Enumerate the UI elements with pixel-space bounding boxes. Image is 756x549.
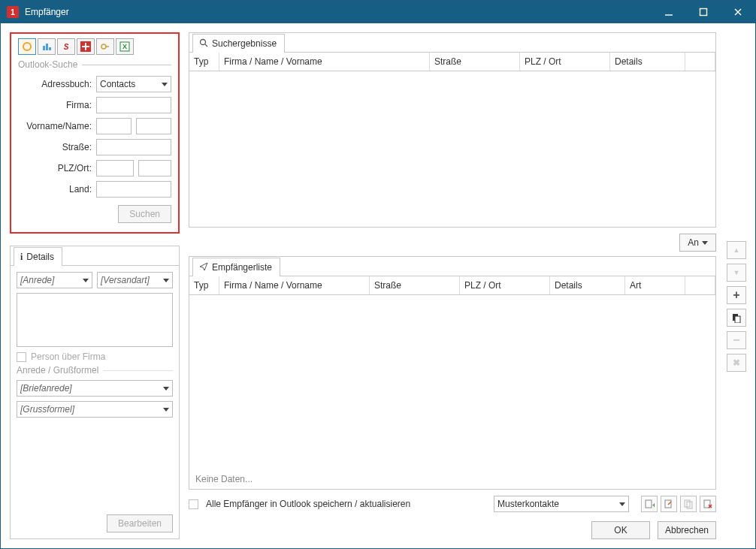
svg-text:+: + <box>652 502 655 509</box>
magnifier-icon <box>199 38 208 50</box>
left-column: S X Outlook-Suche Adressbuch: Contacts F… <box>10 32 180 539</box>
rcol-art[interactable]: Art <box>625 276 685 294</box>
label-plz-ort: PLZ/Ort: <box>18 160 92 176</box>
contacts-icon[interactable] <box>38 38 56 55</box>
anrede-dropdown[interactable]: [Anrede] <box>17 272 92 288</box>
land-input[interactable] <box>96 181 171 198</box>
name-input[interactable] <box>136 118 171 134</box>
label-adressbuch: Adressbuch: <box>18 76 92 92</box>
col-typ[interactable]: Typ <box>189 53 219 71</box>
svg-rect-10 <box>82 46 89 47</box>
save-all-checkbox[interactable] <box>189 499 198 509</box>
minimize-button[interactable] <box>652 1 686 23</box>
adressbuch-dropdown[interactable]: Contacts <box>96 76 171 92</box>
add-contact-icon[interactable]: + <box>641 496 658 512</box>
rcol-plz[interactable]: PLZ / Ort <box>460 276 550 294</box>
label-strasse: Straße: <box>18 139 92 155</box>
ort-input[interactable] <box>138 160 171 176</box>
key-icon[interactable] <box>96 38 114 55</box>
strasse-input[interactable] <box>96 139 171 155</box>
close-button[interactable] <box>721 1 755 23</box>
briefanrede-dropdown[interactable]: [Briefanrede] <box>17 380 173 397</box>
side-button-strip: ▲ ▼ + − ✖ <box>727 241 746 372</box>
vorname-input[interactable] <box>96 118 132 134</box>
swiss-icon[interactable] <box>77 38 95 55</box>
anrede-section-label: Anrede / Grußformel <box>17 365 173 376</box>
tab-details[interactable]: i Details <box>14 247 62 266</box>
save-all-label: Alle Empfänger in Outlook speichern / ak… <box>206 499 410 509</box>
tab-search-results[interactable]: Suchergebnisse <box>192 34 285 53</box>
template-dropdown[interactable]: Musterkontakte <box>494 496 629 512</box>
svg-point-15 <box>201 39 206 44</box>
bottom-options-row: Alle Empfänger in Outlook speichern / ak… <box>189 496 716 512</box>
search-results-panel: Suchergebnisse Typ Firma / Name / Vornam… <box>189 32 716 228</box>
remove-button[interactable]: − <box>727 331 746 349</box>
info-icon: i <box>20 252 23 263</box>
grussformel-dropdown[interactable]: [Grussformel] <box>17 401 173 418</box>
col-details[interactable]: Details <box>610 53 685 71</box>
rcol-firma[interactable]: Firma / Name / Vorname <box>219 276 370 294</box>
person-ueber-firma-checkbox[interactable] <box>17 352 26 362</box>
add-button[interactable]: + <box>727 286 746 304</box>
an-button[interactable]: An <box>679 234 716 252</box>
col-strasse[interactable]: Straße <box>430 53 520 71</box>
svg-rect-6 <box>46 44 48 50</box>
no-data-label: Keine Daten... <box>195 474 253 484</box>
svg-rect-5 <box>43 46 45 50</box>
copy-button[interactable] <box>727 309 746 327</box>
details-panel: i Details [Anrede] [Versandart] Person ü… <box>10 246 180 539</box>
search-section-label: Outlook-Suche <box>18 59 171 70</box>
svg-rect-17 <box>646 500 652 508</box>
plz-input[interactable] <box>96 160 134 176</box>
source-toolbar: S X <box>18 38 171 55</box>
rcol-spacer <box>685 276 715 294</box>
col-firma[interactable]: Firma / Name / Vorname <box>219 53 430 71</box>
outlook-icon[interactable] <box>18 38 36 55</box>
label-firma: Firma: <box>18 97 92 113</box>
rcol-strasse[interactable]: Straße <box>370 276 460 294</box>
s-icon[interactable]: S <box>57 38 75 55</box>
delete-button[interactable]: ✖ <box>727 354 746 372</box>
move-down-button[interactable]: ▼ <box>727 264 746 282</box>
right-column: Suchergebnisse Typ Firma / Name / Vornam… <box>189 32 746 539</box>
label-land: Land: <box>18 181 92 198</box>
recipients-grid-body[interactable]: Keine Daten... <box>189 295 715 489</box>
col-plz[interactable]: PLZ / Ort <box>520 53 610 71</box>
svg-point-4 <box>23 43 31 50</box>
firma-input[interactable] <box>96 97 171 113</box>
move-up-button[interactable]: ▲ <box>727 241 746 259</box>
svg-rect-26 <box>735 316 740 323</box>
paper-plane-icon <box>199 262 208 273</box>
main-body: S X Outlook-Suche Adressbuch: Contacts F… <box>1 23 755 548</box>
svg-text:X: X <box>122 43 127 50</box>
dialog-footer: OK Abbrechen <box>189 521 716 539</box>
tab-recipients-label: Empfängerliste <box>212 262 272 273</box>
rcol-typ[interactable]: Typ <box>189 276 219 294</box>
svg-line-16 <box>205 44 207 47</box>
app-icon: 1 <box>7 6 19 18</box>
search-button[interactable]: Suchen <box>118 205 171 223</box>
ok-button[interactable]: OK <box>591 521 650 539</box>
copy-contact-icon[interactable] <box>680 496 697 512</box>
details-textarea[interactable] <box>17 293 173 347</box>
label-vorname-name: Vorname/Name: <box>18 118 92 134</box>
recipient-list-panel: Empfängerliste Typ Firma / Name / Vornam… <box>189 256 716 490</box>
recipients-grid-header: Typ Firma / Name / Vorname Straße PLZ / … <box>189 276 715 295</box>
rcol-details[interactable]: Details <box>550 276 625 294</box>
search-panel: S X Outlook-Suche Adressbuch: Contacts F… <box>10 32 180 234</box>
tab-recipient-list[interactable]: Empfängerliste <box>192 258 280 276</box>
tab-results-label: Suchergebnisse <box>212 38 277 49</box>
delete-contact-icon[interactable] <box>700 496 716 512</box>
results-grid-header: Typ Firma / Name / Vorname Straße PLZ / … <box>189 53 715 71</box>
svg-rect-7 <box>49 47 51 50</box>
window-root: 1 Empfänger S <box>0 0 756 549</box>
titlebar: 1 Empfänger <box>1 1 755 23</box>
excel-icon[interactable]: X <box>116 38 134 55</box>
results-grid-body[interactable] <box>189 71 715 227</box>
edit-button[interactable]: Bearbeiten <box>107 514 173 532</box>
versandart-dropdown[interactable]: [Versandart] <box>97 272 173 288</box>
cancel-button[interactable]: Abbrechen <box>658 521 716 539</box>
maximize-button[interactable] <box>686 1 721 23</box>
window-title: Empfänger <box>25 7 69 17</box>
edit-contact-icon[interactable] <box>661 496 677 512</box>
